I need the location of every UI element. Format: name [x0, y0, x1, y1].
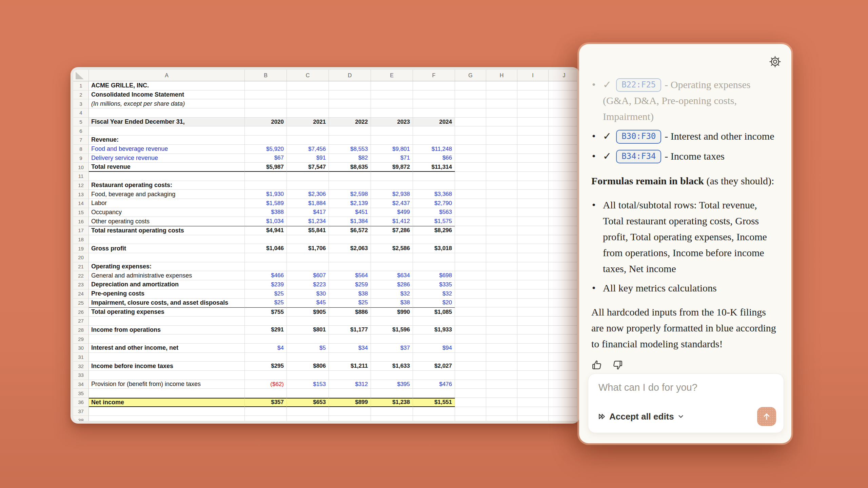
cell-C12[interactable]: [287, 181, 329, 190]
cell-F27[interactable]: [413, 317, 455, 326]
row-number-33[interactable]: 33: [73, 371, 89, 380]
cell-J26[interactable]: [549, 307, 577, 317]
cell-A31[interactable]: [89, 353, 245, 362]
cell-E15[interactable]: $499: [371, 208, 413, 217]
cell-C6[interactable]: [287, 126, 329, 136]
cell-J13[interactable]: [549, 190, 577, 199]
cell-B27[interactable]: [245, 317, 287, 326]
cell-I26[interactable]: [517, 307, 549, 317]
cell-J7[interactable]: [549, 136, 577, 145]
cell-J30[interactable]: [549, 344, 577, 353]
row-number-32[interactable]: 32: [73, 362, 89, 371]
cell-A5[interactable]: Fiscal Year Ended December 31,: [89, 118, 245, 127]
cell-D3[interactable]: [329, 99, 371, 108]
cell-J38[interactable]: [549, 416, 577, 421]
cell-D17[interactable]: $6,572: [329, 226, 371, 235]
cell-I9[interactable]: [517, 154, 549, 163]
cell-A2[interactable]: Consolidated Income Statement: [89, 90, 245, 100]
cell-D10[interactable]: $8,635: [329, 163, 371, 172]
cell-J4[interactable]: [549, 108, 577, 118]
cell-D37[interactable]: [329, 407, 371, 416]
cell-H38[interactable]: [486, 416, 517, 421]
row-number-3[interactable]: 3: [73, 99, 89, 108]
cell-D12[interactable]: [329, 181, 371, 190]
cell-B6[interactable]: [245, 126, 287, 136]
cell-H16[interactable]: [486, 217, 517, 226]
row-number-21[interactable]: 21: [73, 262, 89, 271]
cell-E12[interactable]: [371, 181, 413, 190]
cell-B11[interactable]: [245, 172, 287, 181]
cell-F7[interactable]: [413, 136, 455, 145]
cell-C2[interactable]: [287, 90, 329, 100]
row-number-4[interactable]: 4: [73, 108, 89, 118]
cell-F14[interactable]: $2,790: [413, 199, 455, 208]
cell-A17[interactable]: Total restaurant operating costs: [89, 226, 245, 235]
cell-E36[interactable]: $1,238: [371, 398, 413, 407]
cell-H22[interactable]: [486, 271, 517, 280]
cell-A6[interactable]: [89, 126, 245, 136]
row-number-15[interactable]: 15: [73, 208, 89, 217]
cell-A10[interactable]: Total revenue: [89, 163, 245, 172]
cell-D5[interactable]: 2022: [329, 118, 371, 127]
row-number-35[interactable]: 35: [73, 389, 89, 398]
cell-G12[interactable]: [455, 181, 486, 190]
row-number-22[interactable]: 22: [73, 271, 89, 280]
cell-D22[interactable]: $564: [329, 271, 371, 280]
cell-H1[interactable]: [486, 81, 517, 90]
cell-F28[interactable]: $1,933: [413, 326, 455, 335]
cell-D19[interactable]: $2,063: [329, 244, 371, 253]
cell-G30[interactable]: [455, 344, 486, 353]
cell-F5[interactable]: 2024: [413, 118, 455, 127]
cell-B36[interactable]: $357: [245, 398, 287, 407]
cell-H20[interactable]: [486, 253, 517, 262]
cell-H15[interactable]: [486, 208, 517, 217]
thumbs-up-icon[interactable]: [591, 359, 603, 371]
cell-B16[interactable]: $1,034: [245, 217, 287, 226]
cell-B34[interactable]: ($62): [245, 380, 287, 389]
cell-G3[interactable]: [455, 99, 486, 108]
cell-J8[interactable]: [549, 145, 577, 154]
thumbs-down-icon[interactable]: [612, 359, 623, 371]
cell-G25[interactable]: [455, 299, 486, 308]
cell-F18[interactable]: [413, 235, 455, 244]
cell-F37[interactable]: [413, 407, 455, 416]
cell-G19[interactable]: [455, 244, 486, 253]
cell-E32[interactable]: $1,633: [371, 362, 413, 371]
cell-I15[interactable]: [517, 208, 549, 217]
cell-B35[interactable]: [245, 389, 287, 398]
cell-J3[interactable]: [549, 99, 577, 108]
cell-range-chip[interactable]: B30:F30: [616, 130, 661, 143]
cell-D33[interactable]: [329, 371, 371, 380]
cell-D11[interactable]: [329, 172, 371, 181]
cell-B19[interactable]: $1,046: [245, 244, 287, 253]
cell-E16[interactable]: $1,412: [371, 217, 413, 226]
row-number-12[interactable]: 12: [73, 181, 89, 190]
cell-F13[interactable]: $3,368: [413, 190, 455, 199]
cell-G17[interactable]: [455, 226, 486, 235]
cell-C20[interactable]: [287, 253, 329, 262]
cell-H18[interactable]: [486, 235, 517, 244]
cell-G23[interactable]: [455, 280, 486, 289]
cell-C24[interactable]: $30: [287, 289, 329, 299]
cell-I18[interactable]: [517, 235, 549, 244]
cell-G26[interactable]: [455, 307, 486, 317]
cell-J29[interactable]: [549, 334, 577, 344]
cell-C33[interactable]: [287, 371, 329, 380]
row-number-9[interactable]: 9: [73, 154, 89, 163]
cell-G10[interactable]: [455, 163, 486, 172]
cell-H32[interactable]: [486, 362, 517, 371]
cell-D16[interactable]: $1,384: [329, 217, 371, 226]
cell-D32[interactable]: $1,211: [329, 362, 371, 371]
cell-G24[interactable]: [455, 289, 486, 299]
cell-J5[interactable]: [549, 118, 577, 127]
cell-F35[interactable]: [413, 389, 455, 398]
cell-range-chip[interactable]: B34:F34: [616, 150, 661, 163]
cell-F4[interactable]: [413, 108, 455, 118]
cell-D21[interactable]: [329, 262, 371, 271]
cell-E19[interactable]: $2,586: [371, 244, 413, 253]
cell-D35[interactable]: [329, 389, 371, 398]
cell-I4[interactable]: [517, 108, 549, 118]
cell-G35[interactable]: [455, 389, 486, 398]
cell-A18[interactable]: [89, 235, 245, 244]
cell-G8[interactable]: [455, 145, 486, 154]
